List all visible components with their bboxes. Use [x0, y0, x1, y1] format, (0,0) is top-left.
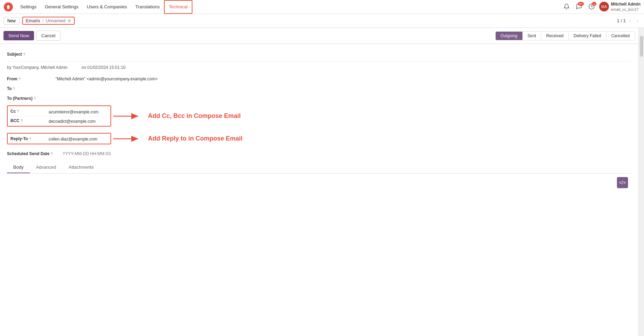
bcc-value[interactable]: decoadict@example.com	[49, 118, 108, 124]
cc-label: Cc ?	[10, 109, 49, 114]
avatar: MA	[599, 2, 609, 11]
cc-help-icon[interactable]: ?	[17, 109, 19, 113]
subject-help-icon[interactable]: ?	[23, 52, 25, 56]
scheduled-help-icon[interactable]: ?	[51, 152, 53, 156]
cc-bcc-annotation-text: Add Cc, Bcc in Compose Email	[148, 112, 241, 120]
nav-settings[interactable]: Settings	[16, 0, 41, 14]
reply-to-section: Reply-To ? collen.diaz@example.com	[7, 131, 631, 146]
from-help-icon[interactable]: ?	[18, 77, 21, 81]
nav-users-companies[interactable]: Users & Companies	[83, 0, 131, 14]
breadcrumb-path: Emails / Unnamed ⚙	[22, 17, 75, 25]
chat-icon[interactable]: 9+	[574, 2, 584, 11]
reply-to-value[interactable]: collen.diaz@example.com	[49, 136, 108, 142]
pagination-next[interactable]: ›	[635, 17, 641, 25]
meta-row: by YourCompany, Mitchell Admin on 01/02/…	[7, 64, 631, 71]
gear-icon[interactable]: ⚙	[67, 18, 71, 23]
app-layout: Settings General Settings Users & Compan…	[0, 0, 644, 336]
body-editor: </>	[7, 174, 631, 271]
content-main: Send Now Cancel Outgoing Sent Received D…	[0, 28, 638, 336]
tab-advanced[interactable]: Advanced	[30, 162, 63, 173]
reply-to-annotation-text: Add Reply to in Compose Email	[148, 135, 242, 142]
to-partners-row: To (Partners) ?	[7, 94, 631, 103]
user-menu[interactable]: MA Mitchell Admin email_cc_bcc17	[599, 2, 641, 12]
content-tabs: Body Advanced Attachments	[7, 162, 631, 174]
breadcrumb-slash: /	[42, 18, 44, 23]
breadcrumb-emails[interactable]: Emails	[26, 18, 40, 23]
scroll-top-space	[639, 28, 644, 35]
tab-received[interactable]: Received	[541, 32, 569, 40]
subject-row: Subject ?	[7, 49, 631, 59]
cc-bcc-box: Cc ? azurinteiror@example.com BCC ? deco	[7, 105, 111, 127]
content-wrapper: Send Now Cancel Outgoing Sent Received D…	[0, 28, 644, 336]
pagination-prev[interactable]: ‹	[627, 17, 633, 25]
breadcrumb-unnamed: Unnamed	[46, 18, 65, 23]
pagination-count: 1 / 1	[617, 18, 626, 23]
topbar-right: 9+ 1 MA Mitchell Admin email_cc_bcc17	[562, 2, 641, 12]
user-email: email_cc_bcc17	[611, 7, 641, 12]
form-body: Subject ? by YourCompany, Mitchell Admin…	[0, 44, 638, 271]
to-help-icon[interactable]: ?	[13, 87, 15, 91]
breadcrumb-bar: New Emails / Unnamed ⚙ 1 / 1 ‹ ›	[0, 14, 644, 28]
meta-by: by YourCompany, Mitchell Admin	[7, 65, 68, 70]
nav-general-settings[interactable]: General Settings	[41, 0, 83, 14]
divider-1	[7, 61, 631, 62]
reply-to-help-icon[interactable]: ?	[29, 137, 31, 141]
to-label: To ?	[7, 85, 56, 91]
tab-sent[interactable]: Sent	[523, 32, 542, 40]
to-partners-help-icon[interactable]: ?	[34, 96, 36, 101]
user-name: Mitchell Admin	[611, 2, 641, 7]
reply-to-annotation: Add Reply to in Compose Email	[113, 134, 242, 144]
nav-translations[interactable]: Translations	[131, 0, 164, 14]
tab-attachments[interactable]: Attachments	[62, 162, 100, 173]
to-partners-label: To (Partners) ?	[7, 95, 56, 101]
reply-to-arrow	[113, 134, 141, 144]
reply-to-row: Reply-To ? collen.diaz@example.com	[8, 134, 110, 143]
clock-icon[interactable]: 1	[587, 2, 596, 11]
chat-badge: 9+	[578, 2, 584, 6]
bcc-label: BCC ?	[10, 118, 49, 123]
to-partners-value[interactable]	[56, 95, 631, 96]
app-logo	[3, 2, 13, 12]
from-label: From ?	[7, 75, 56, 81]
nav-menu: Settings General Settings Users & Compan…	[16, 0, 192, 14]
cc-bcc-arrow	[113, 111, 141, 121]
cancel-button[interactable]: Cancel	[36, 31, 60, 41]
to-row: To ?	[7, 84, 631, 94]
bell-icon[interactable]	[562, 2, 571, 11]
pagination: 1 / 1 ‹ ›	[617, 17, 641, 25]
status-tabs: Outgoing Sent Received Delivery Failed C…	[495, 31, 635, 40]
scroll-thumb[interactable]	[640, 36, 643, 57]
meta-on: on 01/02/2024 15:01:10	[82, 65, 126, 70]
action-bar: Send Now Cancel Outgoing Sent Received D…	[0, 28, 638, 44]
send-now-button[interactable]: Send Now	[3, 31, 34, 40]
from-row: From ? "Mitchell Admin" <admin@yourcompa…	[7, 74, 631, 84]
clock-badge: 1	[592, 2, 596, 6]
cc-value[interactable]: azurinteiror@example.com	[49, 109, 108, 114]
cc-bcc-section: Cc ? azurinteiror@example.com BCC ? deco	[7, 103, 631, 129]
scheduled-label: Scheduled Send Date ?	[7, 151, 63, 156]
new-button[interactable]: New	[3, 17, 19, 25]
tab-outgoing[interactable]: Outgoing	[496, 32, 523, 40]
tab-body[interactable]: Body	[7, 162, 30, 173]
reply-to-box: Reply-To ? collen.diaz@example.com	[7, 133, 111, 144]
scheduled-input[interactable]	[63, 151, 115, 156]
subject-value[interactable]	[56, 51, 631, 52]
sidebar-scrollbar[interactable]	[638, 28, 644, 336]
code-button[interactable]: </>	[617, 177, 628, 188]
cc-row: Cc ? azurinteiror@example.com	[8, 107, 110, 116]
bcc-row: BCC ? decoadict@example.com	[8, 116, 110, 125]
to-value[interactable]	[56, 85, 631, 86]
bcc-help-icon[interactable]: ?	[20, 119, 23, 123]
nav-technical[interactable]: Technical	[164, 0, 192, 14]
topbar: Settings General Settings Users & Compan…	[0, 0, 644, 14]
from-value: "Mitchell Admin" <admin@yourcompany.exam…	[56, 75, 631, 81]
reply-to-label: Reply-To ?	[10, 136, 49, 141]
cc-bcc-annotation: Add Cc, Bcc in Compose Email	[113, 111, 241, 121]
tab-delivery-failed[interactable]: Delivery Failed	[569, 32, 606, 40]
tab-cancelled[interactable]: Cancelled	[606, 32, 635, 40]
subject-label: Subject ?	[7, 51, 56, 57]
user-text: Mitchell Admin email_cc_bcc17	[611, 2, 641, 12]
scheduled-row: Scheduled Send Date ?	[7, 150, 631, 158]
